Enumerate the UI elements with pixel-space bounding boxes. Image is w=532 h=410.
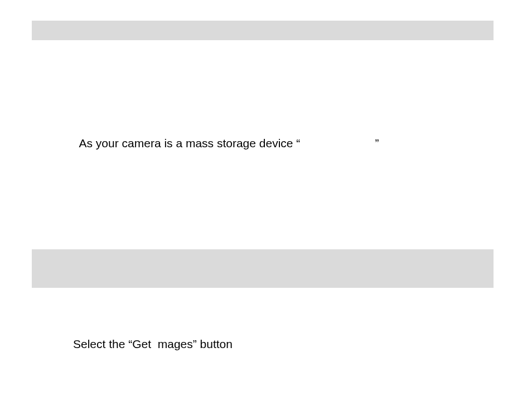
section-header-bar-1 [32,21,494,40]
section-header-bar-2 [32,249,494,288]
text-fragment-suffix: ” [375,137,379,149]
text-fragment-prefix: As your camera is a mass storage device … [79,137,301,149]
body-text-camera-storage: As your camera is a mass storage device … [73,123,379,150]
body-text-get-images: Select the “Get mages” button [73,337,233,351]
text-fragment-blank [300,137,375,149]
